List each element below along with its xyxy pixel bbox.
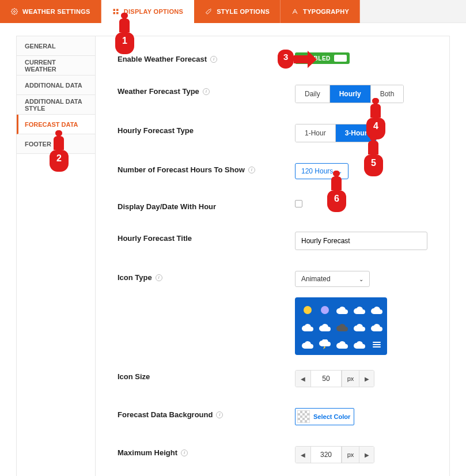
tab-display-options[interactable]: DISPLAY OPTIONS	[101, 0, 195, 23]
field-label: Number of Forecast Hours To Show	[118, 165, 245, 174]
field-label: Maximum Height	[118, 448, 177, 457]
hours-to-show-select[interactable]: 120 Hours ⌄	[295, 163, 348, 179]
cloud-icon	[319, 322, 331, 333]
sidebar-item-label: ADDITIONAL DATA	[25, 82, 82, 89]
font-icon	[291, 7, 299, 16]
svg-rect-4	[116, 12, 119, 14]
info-icon: i	[216, 411, 223, 418]
tab-label: DISPLAY OPTIONS	[124, 8, 184, 15]
select-value: 120 Hours	[301, 167, 333, 175]
stepper-unit: px	[342, 447, 359, 463]
max-height-stepper: ◀ 320 px ▶	[295, 446, 374, 463]
sidebar-item-general[interactable]: GENERAL	[17, 36, 95, 56]
sun-icon	[302, 304, 313, 316]
side-nav: GENERAL CURRENT WEATHER ADDITIONAL DATA …	[17, 36, 96, 476]
cloud-icon	[354, 322, 365, 333]
tab-label: STYLE OPTIONS	[217, 8, 270, 15]
field-label: Display Day/Date With Hour	[118, 202, 216, 211]
svg-rect-3	[113, 12, 115, 14]
stepper-increment[interactable]: ▶	[359, 371, 374, 387]
cloud-icon	[302, 322, 313, 333]
select-value: Animated	[301, 275, 331, 283]
top-tabs: WEATHER SETTINGS DISPLAY OPTIONS STYLE O…	[0, 0, 466, 23]
enable-forecast-toggle[interactable]: ENABLED	[295, 52, 350, 64]
storm-cloud-icon	[319, 339, 331, 350]
gear-icon	[10, 7, 18, 16]
svg-rect-1	[113, 9, 115, 12]
cloud-icon	[354, 339, 365, 350]
info-icon: i	[181, 449, 188, 456]
display-date-checkbox[interactable]	[295, 200, 302, 207]
form-content: Enable Weather Forecast i ENABLED Weathe…	[96, 36, 449, 476]
forecast-type-hourly[interactable]: Hourly	[329, 85, 370, 103]
wand-icon	[204, 7, 213, 16]
field-label: Icon Size	[118, 372, 150, 381]
stepper-value[interactable]: 320	[310, 447, 342, 463]
forecast-type-both[interactable]: Both	[370, 85, 404, 103]
forecast-bg-color-picker[interactable]: Select Color	[295, 408, 354, 425]
sidebar-item-label: ADDITIONAL DATA STYLE	[25, 98, 87, 112]
cloud-icon	[336, 339, 348, 350]
hourly-type-1hour[interactable]: 1-Hour	[295, 124, 335, 142]
moon-icon	[319, 304, 331, 316]
toggle-knob	[334, 55, 347, 62]
svg-rect-2	[116, 9, 119, 12]
stepper-value[interactable]: 50	[310, 371, 342, 387]
cloud-icon	[336, 304, 348, 316]
hourly-type-group: 1-Hour 3-Hour	[295, 124, 377, 142]
field-label: Enable Weather Forecast	[118, 55, 207, 63]
stepper-decrement[interactable]: ◀	[295, 447, 310, 463]
grid-icon	[112, 7, 120, 16]
hourly-type-3hour[interactable]: 3-Hour	[335, 124, 377, 142]
transparency-swatch	[297, 410, 310, 423]
fog-lines-icon	[371, 339, 382, 350]
field-label: Hourly Forecast Title	[118, 234, 192, 243]
tab-label: WEATHER SETTINGS	[22, 8, 90, 15]
info-icon: i	[156, 274, 162, 281]
svg-point-0	[14, 11, 16, 13]
hourly-title-input[interactable]	[295, 232, 427, 250]
sidebar-item-label: FORECAST DATA	[25, 121, 78, 128]
field-label: Icon Type	[118, 273, 152, 282]
field-label: Weather Forecast Type	[118, 87, 199, 96]
tab-spacer	[360, 0, 466, 23]
info-icon: i	[203, 88, 210, 95]
sidebar-item-label: CURRENT WEATHER	[25, 59, 87, 73]
chevron-down-icon: ⌄	[359, 276, 363, 282]
color-picker-label: Select Color	[313, 413, 350, 420]
tab-style-options[interactable]: STYLE OPTIONS	[194, 0, 281, 23]
stepper-unit: px	[342, 371, 359, 387]
sidebar-item-additional-data[interactable]: ADDITIONAL DATA	[17, 75, 95, 95]
dark-cloud-icon	[336, 322, 348, 333]
sidebar-item-label: GENERAL	[25, 43, 56, 50]
sidebar-item-current-weather[interactable]: CURRENT WEATHER	[17, 56, 95, 75]
stepper-increment[interactable]: ▶	[359, 447, 374, 463]
tab-typography[interactable]: TYPOGRAPHY	[281, 0, 360, 23]
info-icon: i	[210, 56, 217, 63]
sidebar-item-footer[interactable]: FOOTER	[17, 134, 95, 154]
forecast-type-group: Daily Hourly Both	[295, 85, 404, 103]
field-label: Forecast Data Background	[118, 410, 213, 419]
cloud-icon	[354, 304, 365, 316]
tab-label: TYPOGRAPHY	[303, 8, 349, 15]
field-label: Hourly Forecast Type	[118, 126, 194, 135]
icon-type-preview	[295, 297, 387, 355]
icon-size-stepper: ◀ 50 px ▶	[295, 370, 374, 387]
icon-type-select[interactable]: Animated ⌄	[295, 271, 370, 287]
sidebar-item-label: FOOTER	[25, 141, 51, 148]
cloud-icon	[302, 339, 313, 350]
sidebar-item-additional-data-style[interactable]: ADDITIONAL DATA STYLE	[17, 95, 95, 115]
toggle-label: ENABLED	[301, 55, 331, 62]
info-icon: i	[248, 167, 255, 173]
cloud-icon	[371, 304, 382, 316]
forecast-type-daily[interactable]: Daily	[295, 85, 329, 103]
tab-weather-settings[interactable]: WEATHER SETTINGS	[0, 0, 101, 23]
stepper-decrement[interactable]: ◀	[295, 371, 310, 387]
cloud-icon	[371, 322, 382, 333]
chevron-down-icon: ⌄	[338, 168, 342, 175]
sidebar-item-forecast-data[interactable]: FORECAST DATA	[17, 115, 95, 134]
